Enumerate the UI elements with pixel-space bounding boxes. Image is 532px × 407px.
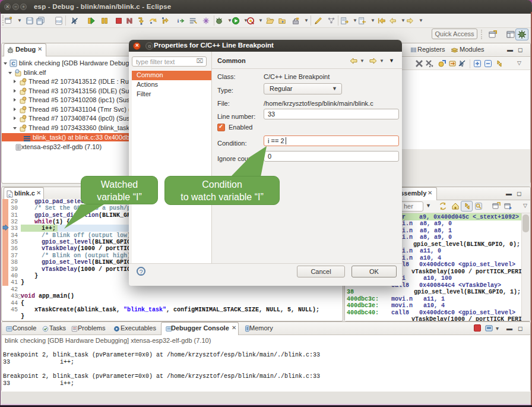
- svg-text:C: C: [11, 61, 15, 67]
- svg-text:010: 010: [56, 20, 61, 24]
- svg-text:i: i: [178, 18, 179, 24]
- svg-text:c: c: [8, 193, 11, 198]
